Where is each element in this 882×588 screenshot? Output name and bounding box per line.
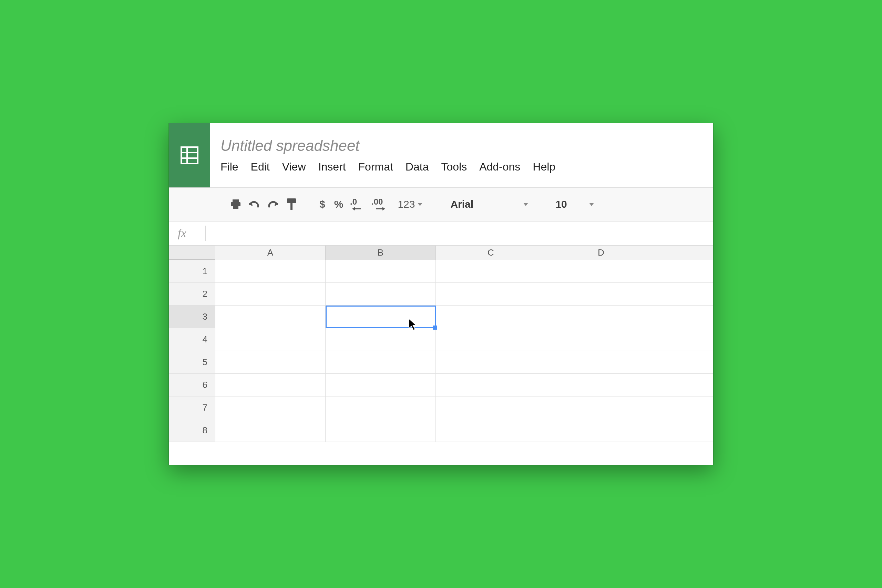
cell-c2[interactable]: [436, 283, 546, 305]
cell-d3[interactable]: [546, 306, 656, 328]
cell-e7[interactable]: [656, 396, 713, 419]
row: 1: [169, 260, 713, 283]
svg-text:.0: .0: [350, 198, 357, 206]
chevron-down-icon: [589, 203, 594, 206]
cell-b6[interactable]: [326, 374, 436, 396]
menu-file[interactable]: File: [220, 160, 238, 173]
cell-c6[interactable]: [436, 374, 546, 396]
toolbar-separator: [606, 195, 606, 214]
format-currency-button[interactable]: $: [316, 195, 328, 213]
formula-input[interactable]: [206, 226, 713, 240]
menu-insert[interactable]: Insert: [318, 160, 346, 173]
redo-icon: [267, 199, 279, 209]
column-header-c[interactable]: C: [436, 246, 546, 260]
cell-e1[interactable]: [656, 260, 713, 282]
decrease-decimal-icon: .0: [350, 198, 367, 211]
fx-label: fx: [178, 226, 206, 240]
cell-b4[interactable]: [326, 328, 436, 351]
print-icon: [230, 198, 242, 210]
more-formats-button[interactable]: 123: [394, 195, 426, 213]
cell-b7[interactable]: [326, 396, 436, 419]
svg-rect-6: [233, 205, 238, 209]
decrease-decimal-button[interactable]: .0: [349, 195, 368, 213]
format-percent-button[interactable]: %: [331, 195, 347, 213]
more-formats-label: 123: [398, 198, 415, 210]
print-button[interactable]: [227, 195, 244, 213]
increase-decimal-button[interactable]: .00: [370, 195, 392, 213]
cell-e2[interactable]: [656, 283, 713, 305]
toolbar-separator: [435, 195, 435, 214]
cell-d7[interactable]: [546, 396, 656, 419]
cell-a5[interactable]: [215, 351, 326, 374]
cell-d8[interactable]: [546, 419, 656, 442]
row-header-8[interactable]: 8: [169, 419, 215, 442]
menu-edit[interactable]: Edit: [251, 160, 270, 173]
spreadsheet-grid: A B C D 1 2 3: [169, 246, 713, 442]
column-header-a[interactable]: A: [215, 246, 326, 260]
menubar: File Edit View Insert Format Data Tools …: [220, 160, 713, 176]
row-header-6[interactable]: 6: [169, 374, 215, 396]
cell-c4[interactable]: [436, 328, 546, 351]
paint-format-button[interactable]: [283, 195, 300, 213]
cell-b3[interactable]: [326, 306, 436, 328]
cell-c5[interactable]: [436, 351, 546, 374]
cell-b5[interactable]: [326, 351, 436, 374]
svg-text:.00: .00: [371, 198, 383, 206]
row-header-2[interactable]: 2: [169, 283, 215, 305]
font-size-select[interactable]: 10: [547, 195, 599, 214]
cell-d1[interactable]: [546, 260, 656, 282]
formula-bar: fx: [169, 222, 713, 246]
undo-button[interactable]: [246, 195, 262, 213]
paint-format-icon: [286, 198, 297, 211]
cell-d4[interactable]: [546, 328, 656, 351]
menu-help[interactable]: Help: [532, 160, 555, 173]
cell-d2[interactable]: [546, 283, 656, 305]
redo-button[interactable]: [265, 195, 281, 213]
cell-c8[interactable]: [436, 419, 546, 442]
cell-a6[interactable]: [215, 374, 326, 396]
cell-a2[interactable]: [215, 283, 326, 305]
select-all-corner[interactable]: [169, 246, 215, 260]
cell-b1[interactable]: [326, 260, 436, 282]
cell-c7[interactable]: [436, 396, 546, 419]
menu-view[interactable]: View: [282, 160, 306, 173]
column-header-d[interactable]: D: [546, 246, 656, 260]
toolbar-separator: [540, 195, 540, 214]
row-header-4[interactable]: 4: [169, 328, 215, 351]
cell-d6[interactable]: [546, 374, 656, 396]
cell-c1[interactable]: [436, 260, 546, 282]
cell-c3[interactable]: [436, 306, 546, 328]
document-title[interactable]: Untitled spreadsheet: [220, 137, 713, 154]
row-header-3[interactable]: 3: [169, 306, 215, 328]
menu-data[interactable]: Data: [405, 160, 429, 173]
cell-d5[interactable]: [546, 351, 656, 374]
toolbar-separator: [309, 195, 309, 214]
column-header-extra[interactable]: [656, 246, 713, 260]
spreadsheet-window: Untitled spreadsheet File Edit View Inse…: [169, 123, 713, 465]
menu-tools[interactable]: Tools: [441, 160, 467, 173]
cell-e4[interactable]: [656, 328, 713, 351]
cell-a4[interactable]: [215, 328, 326, 351]
cell-b2[interactable]: [326, 283, 436, 305]
svg-rect-9: [287, 198, 296, 203]
cell-a3[interactable]: [215, 306, 326, 328]
cell-e3[interactable]: [656, 306, 713, 328]
cell-a8[interactable]: [215, 419, 326, 442]
cell-a7[interactable]: [215, 396, 326, 419]
row-header-1[interactable]: 1: [169, 260, 215, 282]
chevron-down-icon: [418, 203, 422, 206]
row: 6: [169, 374, 713, 396]
cell-e6[interactable]: [656, 374, 713, 396]
sheets-logo[interactable]: [169, 123, 210, 188]
menu-format[interactable]: Format: [358, 160, 393, 173]
cell-a1[interactable]: [215, 260, 326, 282]
column-header-b[interactable]: B: [326, 246, 436, 260]
cell-b8[interactable]: [326, 419, 436, 442]
font-family-label: Arial: [450, 198, 473, 210]
menu-addons[interactable]: Add-ons: [479, 160, 520, 173]
row-header-5[interactable]: 5: [169, 351, 215, 374]
font-family-select[interactable]: Arial: [443, 195, 533, 214]
cell-e5[interactable]: [656, 351, 713, 374]
row-header-7[interactable]: 7: [169, 396, 215, 419]
cell-e8[interactable]: [656, 419, 713, 442]
